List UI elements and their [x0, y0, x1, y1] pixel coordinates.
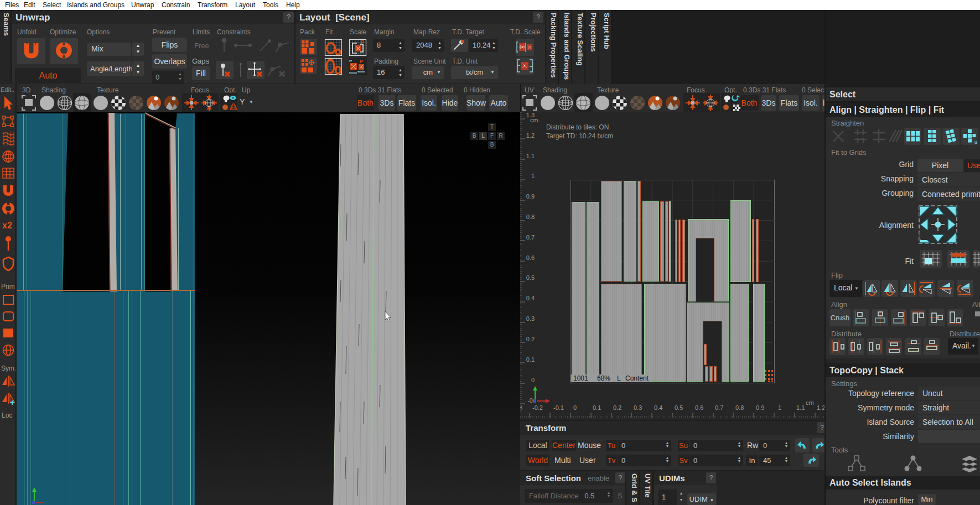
svg-text:x2: x2: [2, 221, 12, 230]
svg-text:Prim.: Prim.: [1, 283, 15, 290]
svg-text:P: P: [361, 39, 364, 45]
svg-text:Sym.: Sym.: [1, 365, 15, 372]
svg-text:P: P: [360, 59, 363, 64]
svg-text:Loc: Loc: [2, 412, 12, 419]
svg-text:u: u: [974, 139, 977, 145]
